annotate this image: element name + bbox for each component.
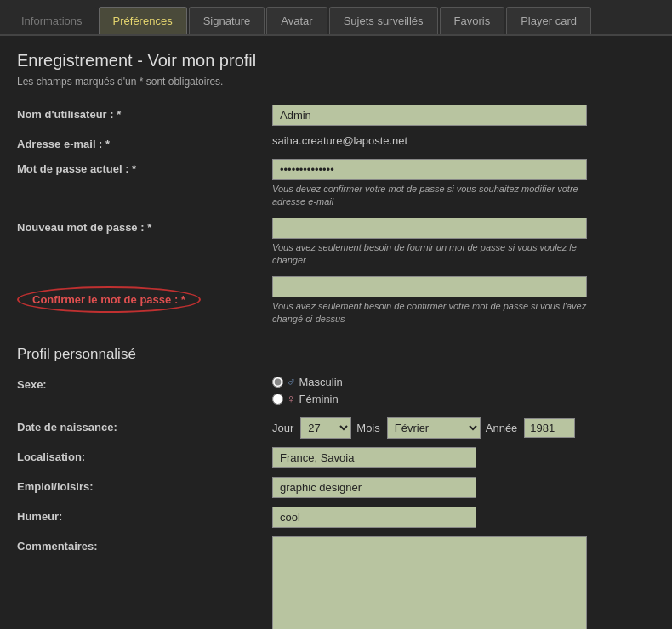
username-field: [272, 105, 655, 126]
confirm-password-row: Confirmer le mot de passe : * Vous avez …: [17, 276, 655, 326]
feminin-label: Féminin: [299, 393, 339, 405]
dob-inputs: Jour 27 Mois Février Janvier Mars Avril …: [272, 417, 655, 439]
tab-favoris[interactable]: Favoris: [440, 7, 505, 34]
humeur-label: Humeur:: [17, 507, 272, 523]
masculin-label: Masculin: [299, 376, 343, 388]
confirm-password-input[interactable]: [272, 276, 587, 298]
email-value: saiha.creature@laposte.net: [272, 131, 407, 147]
new-password-input[interactable]: [272, 218, 587, 239]
tab-bar: Informations Préférences Signature Avata…: [0, 0, 672, 36]
tab-avatar[interactable]: Avatar: [266, 7, 327, 34]
dob-field: Jour 27 Mois Février Janvier Mars Avril …: [272, 417, 655, 439]
tab-signature[interactable]: Signature: [189, 7, 265, 34]
emploi-row: Emploi/loisirs:: [17, 477, 655, 498]
confirm-password-label-wrap: Confirmer le mot de passe : *: [17, 276, 272, 313]
current-password-label: Mot de passe actuel : *: [17, 159, 272, 175]
username-input[interactable]: [272, 105, 587, 126]
current-password-row: Mot de passe actuel : * Vous devez confi…: [17, 159, 655, 209]
gender-row: Sexe: ♂ Masculin ♀ Féminin: [17, 375, 655, 409]
dob-label: Date de naissance:: [17, 417, 272, 434]
confirm-password-oval-label: Confirmer le mot de passe : *: [17, 286, 201, 313]
localisation-label: Localisation:: [17, 447, 272, 463]
username-row: Nom d'utilisateur : *: [17, 105, 655, 126]
page-title: Enregistrement - Voir mon profil: [17, 51, 655, 71]
localisation-field: [272, 447, 655, 468]
current-password-field: Vous devez confirmer votre mot de passe …: [272, 159, 655, 209]
localisation-input[interactable]: [272, 447, 476, 468]
confirm-password-field: Vous avez seulement besoin de confirmer …: [272, 276, 655, 326]
email-row: Adresse e-mail : * saiha.creature@lapost…: [17, 134, 655, 150]
tab-informations[interactable]: Informations: [7, 7, 97, 34]
gender-masculin-radio[interactable]: [272, 377, 283, 388]
commentaires-field: [272, 536, 655, 629]
feminin-icon: ♀: [287, 392, 296, 405]
main-content: Enregistrement - Voir mon profil Les cha…: [0, 36, 672, 629]
username-label: Nom d'utilisateur : *: [17, 105, 272, 121]
confirm-password-hint: Vous avez seulement besoin de confirmer …: [272, 300, 587, 326]
emploi-field: [272, 477, 655, 498]
humeur-row: Humeur:: [17, 507, 655, 528]
masculin-icon: ♂: [287, 375, 296, 388]
commentaires-textarea[interactable]: [272, 536, 587, 629]
commentaires-label: Commentaires:: [17, 536, 272, 552]
current-password-hint: Vous devez confirmer votre mot de passe …: [272, 183, 587, 209]
humeur-field: [272, 507, 655, 528]
gender-options: ♂ Masculin ♀ Féminin: [272, 375, 655, 409]
mois-select[interactable]: Février Janvier Mars Avril Mai Juin Juil…: [387, 417, 481, 439]
new-password-row: Nouveau mot de passe : * Vous avez seule…: [17, 218, 655, 268]
annee-label: Année: [486, 422, 518, 434]
commentaires-row: Commentaires:: [17, 536, 655, 629]
section2-header: Profil personnalisé: [17, 346, 655, 363]
tab-sujets[interactable]: Sujets surveillés: [329, 7, 438, 34]
localisation-row: Localisation:: [17, 447, 655, 468]
gender-feminin[interactable]: ♀ Féminin: [272, 392, 655, 405]
required-note: Les champs marqués d'un * sont obligatoi…: [17, 76, 655, 88]
jour-select[interactable]: 27: [300, 417, 351, 439]
new-password-field: Vous avez seulement besoin de fournir un…: [272, 218, 655, 268]
email-label: Adresse e-mail : *: [17, 134, 272, 150]
mois-label: Mois: [356, 422, 379, 434]
tab-preferences[interactable]: Préférences: [99, 7, 187, 34]
new-password-hint: Vous avez seulement besoin de fournir un…: [272, 241, 587, 268]
humeur-input[interactable]: [272, 507, 476, 528]
emploi-label: Emploi/loisirs:: [17, 477, 272, 493]
tab-playercard[interactable]: Player card: [506, 7, 591, 34]
new-password-label: Nouveau mot de passe : *: [17, 218, 272, 234]
email-field: saiha.creature@laposte.net: [272, 134, 655, 147]
annee-input[interactable]: [524, 418, 575, 438]
emploi-input[interactable]: [272, 477, 476, 498]
current-password-input[interactable]: [272, 159, 587, 180]
jour-label: Jour: [272, 422, 293, 434]
gender-label: Sexe:: [17, 375, 272, 391]
gender-masculin[interactable]: ♂ Masculin: [272, 375, 655, 388]
dob-row: Date de naissance: Jour 27 Mois Février …: [17, 417, 655, 439]
gender-feminin-radio[interactable]: [272, 394, 283, 405]
